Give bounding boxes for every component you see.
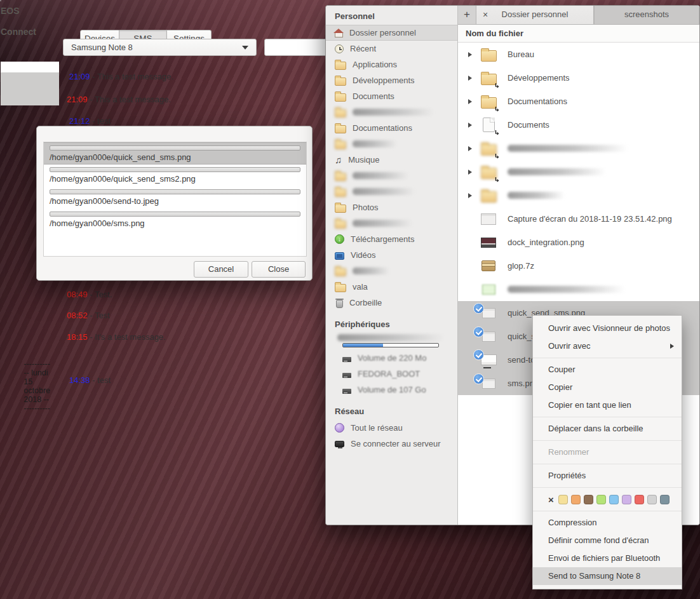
sidebar-item-se-connecter[interactable]: Se connecter au serveur [326,436,457,452]
color-swatch-gray[interactable] [647,495,657,504]
sidebar-item-corbeille[interactable]: Corbeille [326,295,457,311]
color-swatch-green[interactable] [596,495,606,504]
sidebar-item-dossier-personnel[interactable]: Dossier personnel [326,25,457,41]
folder-icon [481,191,497,203]
transfer-row-selected[interactable]: /home/gyan000e/quick_send_sms.png [44,142,306,165]
file-row-redacted[interactable]: ↳ [458,137,699,160]
tab-dossier-personnel[interactable]: × Dossier personnel [476,6,594,24]
sidebar-item-fedora-boot[interactable]: FEDORA_BOOT [326,366,457,382]
eos-connect-window: EOS Connect Devices SMS Settings 21:09 -… [0,0,1,1]
menu-item-ouvrir-visionneur[interactable]: Ouvrir avec Visionneur de photos [533,320,682,337]
menu-item-send-to-samsung-note8[interactable]: Send to Samsung Note 8 [533,567,682,585]
file-row-bureau[interactable]: Bureau [458,43,699,66]
redacted-label [508,168,606,175]
sidebar-item-musique[interactable]: ♫Musique [326,152,457,168]
menu-item-bluetooth[interactable]: Envoi de fichiers par Bluetooth [533,549,682,567]
expander-icon[interactable] [468,146,472,151]
column-header-filename[interactable]: Nom du fichier [458,25,699,43]
folder-icon [481,50,497,62]
sidebar-item-redacted[interactable] [326,215,457,231]
file-row-documentations[interactable]: ↳Documentations [458,90,699,113]
file-row-redacted-csv[interactable] [458,278,699,301]
context-menu: Ouvrir avec Visionneur de photos Ouvrir … [532,315,682,589]
file-row-developpements[interactable]: ↳Développements [458,66,699,90]
sidebar-item-volume-220mo[interactable]: Volume de 220 Mo [326,350,457,366]
symlink-icon: ↳ [494,129,500,137]
chevron-down-icon [242,46,248,50]
conversation-item[interactable] [1,62,59,72]
color-swatch-orange[interactable] [571,495,581,504]
sidebar-item-redacted[interactable] [326,104,457,120]
sidebar-item-redacted[interactable] [326,263,457,279]
message-text: - test [92,375,111,385]
sidebar-item-volume-107go[interactable]: Volume de 107 Go [326,382,457,398]
clock-icon [335,44,344,53]
expander-icon[interactable] [468,52,472,57]
transfer-row[interactable]: /home/gyan000e/send-to.jpeg [44,187,306,209]
sidebar-item-videos[interactable]: Vidéos [326,247,457,263]
sidebar-item-documents[interactable]: Documents [326,88,457,104]
tab-screenshots[interactable]: screenshots [594,6,699,24]
sidebar-item-applications[interactable]: Applications [326,57,457,72]
clear-color-icon[interactable]: × [548,494,554,505]
expander-icon[interactable] [468,99,472,104]
new-tab-button[interactable]: + [458,6,476,24]
sidebar-item-redacted[interactable] [326,168,457,184]
menu-separator [533,358,682,358]
sidebar-item-device-redacted[interactable] [326,333,457,350]
color-swatch-yellow[interactable] [558,495,568,504]
menu-item-copier[interactable]: Copier [533,379,682,396]
file-row-capture-ecran[interactable]: Capture d'écran du 2018-11-19 23.51.42.p… [458,207,699,231]
sms-text-input[interactable] [264,39,328,56]
redacted-label [353,172,408,179]
folder-icon [335,125,346,133]
menu-item-fond-ecran[interactable]: Définir comme fond d'écran [533,532,682,549]
transfer-row[interactable]: /home/gyan000e/sms.png [44,209,306,231]
expander-icon[interactable] [468,76,472,81]
cancel-button[interactable]: Cancel [194,261,248,278]
menu-item-proprietes[interactable]: Propriétés [533,467,682,485]
sidebar-item-redacted[interactable] [326,136,457,152]
close-button[interactable]: Close [252,261,306,278]
menu-item-copier-lien[interactable]: Copier en tant que lien [533,396,682,414]
color-swatch-blue[interactable] [609,495,619,504]
menu-item-ouvrir-avec[interactable]: Ouvrir avec [533,337,682,355]
server-icon [335,441,344,447]
expander-icon[interactable] [468,123,472,128]
menu-item-compression[interactable]: Compression [533,514,682,532]
disk-icon [342,373,351,378]
folder-icon [335,205,346,213]
sidebar-item-redacted[interactable] [326,184,457,199]
menu-item-deplacer-corbeille[interactable]: Déplacer dans la corbeille [533,420,682,438]
sidebar-item-recent[interactable]: Récent [326,41,457,57]
sidebar-item-vala[interactable]: vala [326,279,457,295]
close-icon[interactable]: × [483,6,488,24]
selected-check-icon [473,326,484,337]
selected-check-icon [473,303,484,314]
file-row-glop7z[interactable]: glop.7z [458,254,699,278]
message-time: 18:15 [67,332,88,342]
sidebar-item-developpements[interactable]: Développements [326,72,457,88]
color-swatch-brown[interactable] [584,495,593,504]
sidebar-item-tout-le-reseau[interactable]: Tout le réseau [326,420,457,436]
transfer-progress-bar [50,145,300,151]
color-swatch-red[interactable] [635,495,644,504]
conversation-item-selected[interactable] [1,72,59,105]
file-row-documents[interactable]: ↳Documents [458,113,699,137]
message-text: - It's a test message. [90,332,166,342]
expander-icon[interactable] [468,193,472,198]
device-selector-dropdown[interactable]: Samsung Note 8 [63,39,257,56]
file-row-dock-integration[interactable]: dock_integration.png [458,231,699,254]
file-row-redacted[interactable] [458,184,699,207]
transfer-row[interactable]: /home/gyan000e/quick_send_sms2.png [44,165,306,187]
sms-message: 21:09 - This a test message. [60,95,67,104]
selected-check-icon [473,374,484,384]
sidebar-item-telechargements[interactable]: ↓Téléchargements [326,231,457,247]
color-swatch-slate[interactable] [660,495,670,504]
sidebar-item-documentations[interactable]: Documentations [326,120,457,136]
sidebar-item-photos[interactable]: Photos [326,199,457,215]
menu-item-couper[interactable]: Couper [533,361,682,379]
expander-icon[interactable] [468,170,472,175]
color-swatch-purple[interactable] [622,495,631,504]
file-row-redacted[interactable]: ↳ [458,160,699,184]
